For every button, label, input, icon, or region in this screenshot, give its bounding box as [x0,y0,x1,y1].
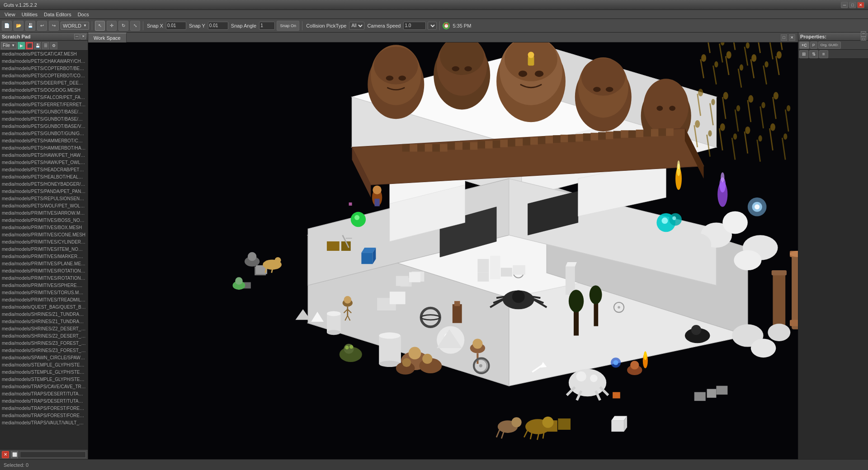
file-menu-button[interactable]: File ▼ [1,42,17,49]
save-button[interactable]: 💾 [25,21,35,31]
menu-utilities[interactable]: Utilities [19,11,40,18]
prop-tab-c[interactable]: +C [799,42,809,49]
scratch-item[interactable]: media/models/SHRINES/Z1_TUNDRA_SHRI [0,318,88,325]
scratch-item[interactable]: media/models/STEMPLE_GLYPH/STEMPLE [0,369,88,376]
workspace-maximize-button[interactable]: □ [781,34,787,41]
prop-tab-p[interactable]: P [810,42,817,49]
scratch-item[interactable]: media/models/PRIMITIVES/ARROW.MESH [0,210,88,217]
scratch-item[interactable]: media/models/PRIMITIVES/TORUS.MESH [0,289,88,296]
properties-minimize[interactable]: ─ [861,31,866,37]
collision-pick-select[interactable]: All [349,22,364,30]
minimize-button[interactable]: ─ [841,2,848,8]
scratch-item[interactable]: media/models/PRIMITIVES/ROTATION_QU: [0,268,88,275]
scratch-item[interactable]: media/models/PRIMITIVES/MARKER.MESH [0,253,88,260]
prop-grid-view[interactable]: ⊞ [799,50,808,58]
select-tool[interactable]: ↖ [95,21,105,31]
scratch-item[interactable]: media/models/PRIMITIVES/BOSS_NODE.ME [0,217,88,224]
menu-data-editors[interactable]: Data Editors [41,11,74,18]
scratch-item[interactable]: media/models/SHRINES/Z3_FOREST_SHRI [0,347,88,354]
world-dropdown[interactable]: WORLD ▼ [61,22,89,30]
scratch-item[interactable]: media/models/PETS/GUNBOT/BASE/VAULT... [0,123,88,130]
menu-docs[interactable]: Docs [75,11,92,18]
viewport[interactable] [88,42,798,459]
scratch-pad-search-input[interactable] [20,451,86,458]
scratch-clear-button[interactable]: ⬜ [11,451,18,458]
scratch-item[interactable]: media/models/PRIMITIVES/PLANE.MESH [0,260,88,268]
prop-list-view[interactable]: ≡ [819,50,828,58]
scratch-settings-button[interactable]: ⚙ [50,42,57,49]
scratch-pad-minimize[interactable]: ─ [74,34,80,39]
move-tool[interactable]: ✛ [107,21,117,31]
scratch-item[interactable]: media/models/PETS/COPTERBOT/COPTER... [0,72,88,80]
scratch-item[interactable]: media/models/PETS/HAWK/PET_OWL.MES [0,159,88,166]
workspace-close-button[interactable]: ✕ [789,34,795,41]
maximize-button[interactable]: □ [849,2,856,8]
scratch-item[interactable]: media/models/QUEST_BAG/QUEST_BAG.M [0,304,88,311]
scratch-item[interactable]: media/models/PETS/DEER/PET_DEER.MES [0,80,88,87]
scratch-item[interactable]: media/models/PETS/DOG/DOG.MESH [0,87,88,94]
rotate-tool[interactable]: ↻ [118,21,128,31]
scratch-item[interactable]: media/models/PRIMITIVES/ITEM_NODE.ME [0,246,88,253]
scratch-save-button[interactable]: 💾 [34,42,41,49]
scratch-item[interactable]: media/models/TRAPS/VAULT/VAULT_BLADI [0,419,88,427]
scratch-item[interactable]: media/models/PETS/REPULSIONSENTRY/S [0,195,88,202]
scratch-item[interactable]: media/models/PETS/GUNBOT/BASE/COLLI [0,108,88,116]
scratch-item[interactable]: media/models/PRIMITIVES/TREADMILL.MES [0,296,88,304]
scratch-item[interactable]: media/models/PETS/GUNBOT/BASE/GUNB(..) [0,116,88,123]
scratch-item[interactable]: media/models/PETS/HAWK/PET_HAWK.MES [0,152,88,159]
scratch-item[interactable]: media/models/PETS/GUNBOT/GUN/GUN.M [0,130,88,137]
workspace-tab[interactable]: Work Space [88,33,127,42]
camera-speed-select[interactable] [428,22,437,30]
scratch-item[interactable]: media/models/PETS/HAMMERBOT/HAMME| [0,145,88,152]
redo-button[interactable]: ↪ [49,21,59,31]
scratch-item[interactable]: media/models/SHRINES/Z2_DESERT_SHRI [0,333,88,340]
snap-x-input[interactable] [166,22,186,30]
scratch-item[interactable]: media/models/PRIMITIVES/SPHERE.MESH [0,282,88,289]
new-button[interactable]: 📄 [2,21,12,31]
scratch-run-button[interactable]: ▶ [18,42,25,49]
scratch-item[interactable]: media/models/PETS/HONEYBADGER/HON€ [0,181,88,188]
scratch-item[interactable]: media/models/PETS/PANDA/PET_PANDA.I [0,188,88,195]
scratch-item[interactable]: media/models/SHRINES/Z3_FOREST_SHRI [0,340,88,347]
scratch-item[interactable]: media/models/PETS/HAMMERBOT/COLLI5I [0,137,88,145]
scratch-item[interactable]: media/models/PRIMITIVES/CONE.MESH [0,231,88,239]
scratch-item[interactable]: media/models/PETS/HEALBOT/HEALBOT.M [0,174,88,181]
scratch-item[interactable]: media/models/TRAPS/CAVE/CAVE_TRAP_B [0,383,88,390]
undo-button[interactable]: ↩ [37,21,47,31]
snap-angle-input[interactable] [259,22,275,30]
close-button[interactable]: ✕ [857,2,864,8]
scratch-item[interactable]: media/models/STEMPLE_GLYPH/STEMPLE [0,376,88,383]
scratch-item[interactable]: media/models/STEMPLE_GLYPH/STEMPLE [0,362,88,369]
scratch-item[interactable]: media/models/PRIMITIVES/ROTATION_RIN [0,275,88,282]
scratch-item[interactable]: media/models/TRAPS/FOREST/FOREST_M [0,412,88,419]
open-button[interactable]: 📂 [14,21,24,31]
scratch-pad-list[interactable]: media/models/PETS/CAT/CAT.MESHmedia/mode… [0,51,88,449]
svg-point-221 [590,375,598,382]
camera-speed-input[interactable] [403,22,426,30]
prop-tab-org[interactable]: Org. GUID: [818,42,841,49]
scratch-item[interactable]: media/models/SHRINES/Z1_TUNDRA_SHRI [0,311,88,318]
scratch-item[interactable]: media/models/PETS/HEADCRAB/PET_HEAC [0,166,88,174]
scratch-item[interactable]: media/models/PETS/COPTERBOT/BEAM.ME [0,65,88,72]
scratch-delete-button[interactable]: ✕ [2,451,9,458]
snap-y-input[interactable] [208,22,228,30]
scratch-item[interactable]: media/models/SHRINES/Z2_DESERT_SHRI [0,325,88,333]
menu-view[interactable]: View [2,11,18,18]
prop-sort-view[interactable]: ⇅ [809,50,818,58]
scratch-item[interactable]: media/models/TRAPS/FOREST/FOREST_M [0,405,88,412]
scratch-item[interactable]: media/models/SPAWN_CIRCLE/SPAWN_CIF [0,354,88,362]
scratch-item[interactable]: media/models/PETS/CHAKAWARY/CHAKAW... [0,58,88,65]
scratch-stop-button[interactable]: ⬛ [26,42,33,49]
scratch-options-button[interactable]: ☰ [42,42,49,49]
scratch-item[interactable]: media/models/PRIMITIVES/CYLINDER.MES [0,239,88,246]
scratch-item[interactable]: media/models/PETS/FALCOR/PET_FALCOF [0,94,88,101]
scratch-item[interactable]: media/models/TRAPS/DESERT/TUTARAN_1 [0,398,88,405]
snap-on-button[interactable]: Snap On [277,21,299,31]
scratch-item[interactable]: media/models/PETS/WOLF/PET_WOLF.MES [0,202,88,210]
scratch-pad-close[interactable]: ✕ [80,34,86,39]
scale-tool[interactable]: ⤡ [130,21,140,31]
scratch-item[interactable]: media/models/TRAPS/DESERT/TUTARAN_1 [0,390,88,398]
scratch-item[interactable]: media/models/PETS/FERRET/FERRET.MES [0,101,88,108]
scratch-item[interactable]: media/models/PETS/CAT/CAT.MESH [0,51,88,58]
scratch-item[interactable]: media/models/PRIMITIVES/BOX.MESH [0,224,88,231]
